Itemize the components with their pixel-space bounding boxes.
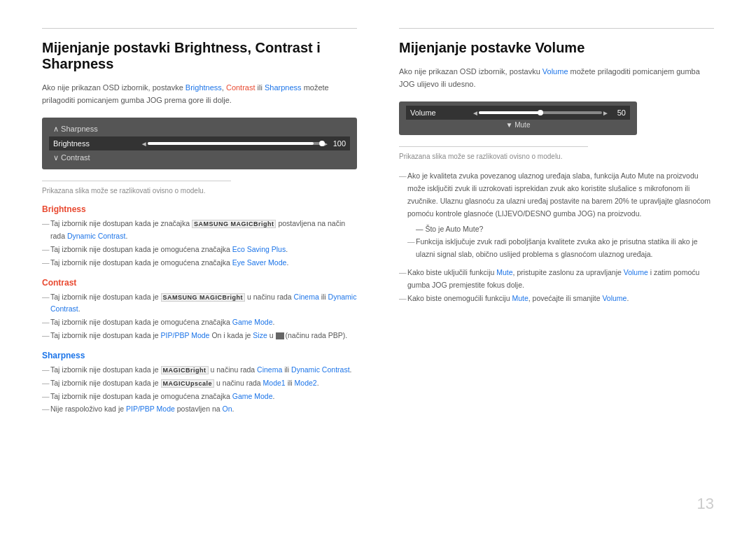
auto-mute-desc: Funkcija isključuje zvuk radi poboljšanj… (399, 236, 714, 261)
left-intro: Ako nije prikazan OSD izbornik, postavke… (42, 82, 357, 106)
contrast-heading: Contrast (42, 278, 357, 288)
auto-mute-question: ― Što je Auto Mute? (399, 223, 714, 236)
right-section: Mijenjanje postavke Volume Ako nije prik… (399, 28, 714, 416)
contrast-item-2: Taj izbornik nije dostupan kada je omogu… (42, 316, 357, 329)
left-divider (42, 181, 231, 181)
sharpness-item-3: Taj izbornik nije dostupan kada je omogu… (42, 391, 357, 403)
brightness-heading: Brightness (42, 204, 357, 214)
volume-slider (479, 111, 602, 114)
left-section: Mijenjanje postavki Brightness, Contrast… (42, 28, 357, 416)
osd-contrast-row: ∨ Contrast (49, 150, 350, 165)
right-title: Mijenjanje postavke Volume (399, 28, 714, 56)
right-intro: Ako nije prikazan OSD izbornik, postavku… (399, 66, 714, 90)
brightness-item-3: Taj izbornik nije dostupan kada je omogu… (42, 257, 357, 269)
box-icon (276, 332, 284, 339)
osd-sharpness-row: ∧ Sharpness (49, 122, 350, 136)
mute-enable-item: Kako biste uključili funkciju Mute, pris… (399, 267, 714, 292)
page-number: 13 (697, 495, 714, 513)
osd-brightness-row: Brightness ◄ ► 100 (49, 136, 350, 150)
contrast-item-3: Taj izbornik nije dostupan kada je PIP/P… (42, 330, 357, 342)
osd-mute-row: ▼ Mute (406, 120, 630, 131)
left-note: Prikazana slika može se razlikovati ovis… (42, 187, 357, 195)
page-container: Mijenjanje postavki Brightness, Contrast… (42, 28, 714, 416)
sharpness-heading: Sharpness (42, 351, 357, 360)
sharpness-item-1: Taj izbornik nije dostupan kada je MAGIC… (42, 364, 357, 377)
auto-mute-item: Ako je kvaliteta zvuka povezanog ulaznog… (399, 170, 714, 220)
sharpness-item-2: Taj izbornik nije dostupan kada je MAGIC… (42, 377, 357, 390)
mute-disable-item: Kako biste onemogućili funkciju Mute, po… (399, 293, 714, 305)
brightness-item-2: Taj izbornik nije dostupan kada je omogu… (42, 244, 357, 256)
contrast-item-1: Taj izbornik nije dostupan kada je SAMSU… (42, 291, 357, 316)
brightness-item-1: Taj izbornik nije dostupan kada je znača… (42, 218, 357, 243)
volume-osd-box: Volume ◄ ► 50 ▼ Mute (399, 101, 637, 135)
sharpness-item-4: Nije raspoloživo kad je PIP/PBP Mode pos… (42, 403, 357, 416)
brightness-slider (148, 142, 322, 145)
osd-box: ∧ Sharpness Brightness ◄ ► 100 ∨ Contras… (42, 118, 357, 169)
osd-volume-row: Volume ◄ ► 50 (406, 106, 630, 120)
right-divider (399, 146, 588, 147)
left-title: Mijenjanje postavki Brightness, Contrast… (42, 28, 357, 72)
right-note: Prikazana slika može se razlikovati ovis… (399, 153, 714, 160)
